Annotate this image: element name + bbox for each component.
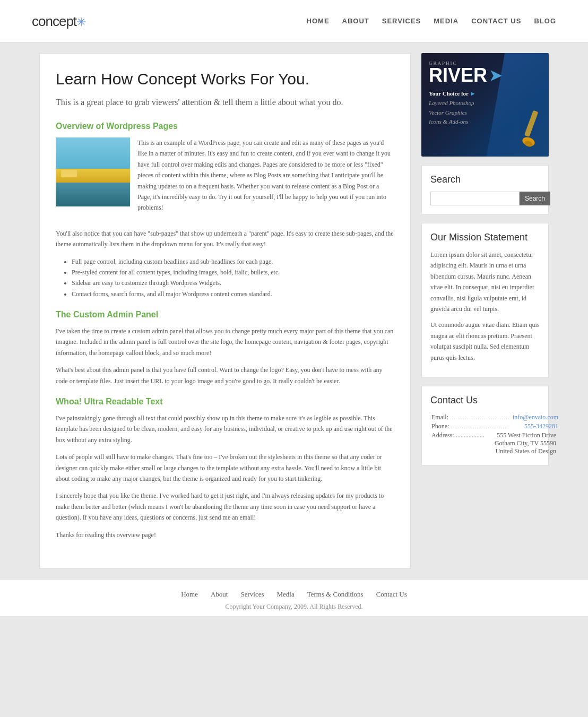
footer-contact[interactable]: Contact Us	[376, 590, 407, 599]
readable-text4: Thanks for reading this overview page!	[56, 530, 394, 540]
address-line3: United States of Design	[431, 447, 556, 455]
contact-box: Contact Us Email: ......................…	[421, 386, 549, 465]
nav-media[interactable]: MEDIA	[434, 17, 459, 25]
search-form: Search	[430, 192, 540, 205]
contact-phone-value[interactable]: 555-3429281	[524, 422, 558, 430]
page-subtitle: This is a great place to grab viewers' a…	[56, 96, 394, 109]
nav-contact[interactable]: CONTACT US	[471, 17, 521, 25]
footer: Home About Services Media Terms & Condit…	[0, 579, 588, 616]
page-wrapper: Learn How Concept Works For You. This is…	[39, 53, 549, 568]
ad-big-label: RIVER	[429, 66, 487, 85]
main-nav: HOME ABOUT SERVICES MEDIA CONTACT US BLO…	[307, 17, 556, 25]
contact-email-label: Email: ................................	[431, 413, 512, 421]
contact-email-value[interactable]: info@envato.com	[513, 413, 558, 421]
nav-about[interactable]: ABOUT	[342, 17, 369, 25]
section-heading-wp: Overview of Wordpress Pages	[56, 122, 394, 131]
feature-list: Full page control, including custom head…	[72, 256, 394, 300]
ad-content: GRAPHIC RIVER ➤ Your Choice for ► Layere…	[429, 61, 501, 127]
svg-rect-0	[524, 110, 538, 137]
contact-phone-label: Phone: ...............................	[431, 422, 512, 430]
section-heading-readable: Whoa! Ultra Readable Text	[56, 397, 394, 407]
contact-title: Contact Us	[430, 395, 540, 406]
readable-text3: I sincerely hope that you like the theme…	[56, 490, 394, 523]
nav-blog[interactable]: BLOG	[534, 17, 556, 25]
paintbrush-icon	[513, 110, 544, 152]
search-title: Search	[430, 174, 540, 185]
nav-services[interactable]: SERVICES	[382, 17, 421, 25]
mission-text2: Ut commodo augue vitae diam. Etiam quis …	[430, 319, 540, 363]
footer-terms[interactable]: Terms & Conditions	[307, 590, 364, 599]
contact-phone-row: Phone: ............................... 5…	[431, 422, 558, 430]
logo: concept✳	[32, 13, 85, 30]
logo-asterisk: ✳	[76, 15, 85, 29]
nav-home[interactable]: HOME	[307, 17, 330, 25]
search-box: Search Search	[421, 165, 549, 214]
list-item: Sidebar are easy to customize through Wo…	[72, 278, 394, 288]
ad-tagline: Your Choice for ►	[429, 90, 501, 97]
address-line2: Gotham City, TV 55590	[431, 439, 556, 447]
sidebar: GRAPHIC RIVER ➤ Your Choice for ► Layere…	[421, 53, 549, 568]
subpages-text: You'll also notice that you can have "su…	[56, 228, 394, 250]
admin-text1: I've taken the time to create a custom a…	[56, 326, 394, 358]
header: concept✳ HOME ABOUT SERVICES MEDIA CONTA…	[0, 0, 588, 42]
search-button[interactable]: Search	[520, 192, 550, 205]
readable-text1: I've painstakingly gone through all text…	[56, 413, 394, 445]
main-content: Learn How Concept Works For You. This is…	[39, 53, 411, 568]
mission-text1: Lorem ipsum dolor sit amet, consectetur …	[430, 249, 540, 314]
list-item: Contact forms, search forms, and all maj…	[72, 289, 394, 299]
mission-box: Our Mission Statement Lorem ipsum dolor …	[421, 223, 549, 377]
footer-nav: Home About Services Media Terms & Condit…	[0, 590, 588, 599]
list-item: Full page control, including custom head…	[72, 256, 394, 267]
contact-table: Email: ................................ …	[430, 412, 559, 456]
section-heading-admin: The Custom Admin Panel	[56, 310, 394, 319]
contact-address-cell: Address:................... 555 West Fic…	[431, 431, 558, 455]
contact-email-row: Email: ................................ …	[431, 413, 558, 421]
contact-address-row: Address:................... 555 West Fic…	[431, 431, 558, 455]
sidebar-ad[interactable]: GRAPHIC RIVER ➤ Your Choice for ► Layere…	[421, 53, 549, 157]
phone-dots: ...............................	[451, 424, 508, 429]
list-item: Pre-styled content for all content types…	[72, 267, 394, 278]
mission-title: Our Mission Statement	[430, 232, 540, 243]
address-line1: 555 West Fiction Drive	[497, 431, 556, 439]
footer-copyright: Copyright Your Company, 2009. All Rights…	[0, 603, 588, 611]
wp-image	[56, 137, 130, 206]
ad-items: Layered Photoshop Vector Graphics Icons …	[429, 99, 501, 127]
footer-media[interactable]: Media	[276, 590, 294, 599]
page-title: Learn How Concept Works For You.	[56, 70, 394, 89]
footer-about[interactable]: About	[211, 590, 228, 599]
search-input[interactable]	[430, 192, 520, 205]
footer-services[interactable]: Services	[240, 590, 264, 599]
readable-text2: Lots of people will still have to make c…	[56, 452, 394, 484]
admin-text2: What's best about this admin panel is th…	[56, 365, 394, 386]
wp-image-inner	[56, 137, 130, 206]
logo-text: concept	[32, 13, 76, 29]
address-label: Address:...................	[431, 431, 485, 439]
email-dots: ................................	[450, 414, 509, 420]
footer-home[interactable]: Home	[181, 590, 198, 599]
wp-pages-section: This is an example of a WordPress page, …	[56, 137, 394, 220]
